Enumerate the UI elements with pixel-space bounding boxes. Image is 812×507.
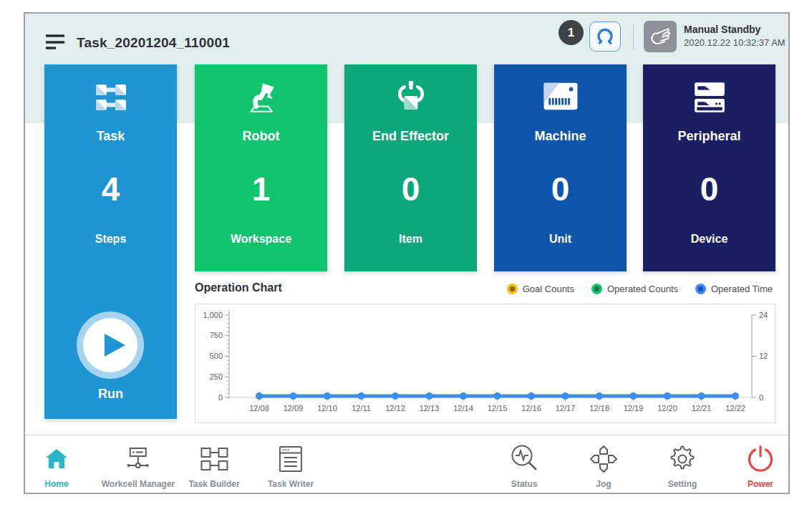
app-window: Task_20201204_110001 1 Manual Standby [24, 12, 790, 494]
card-unit: Steps [44, 233, 177, 250]
mode-timestamp: 2020.12.22 10:32:37 AM [684, 37, 786, 49]
svg-text:0: 0 [218, 393, 223, 402]
operation-chart: 02505007501,00012/0812/0912/1012/1112/12… [195, 304, 775, 423]
card-label: Task [44, 129, 177, 146]
gripper-icon [595, 26, 615, 47]
card-value: 4 [44, 170, 177, 213]
card-unit: Device [643, 233, 775, 250]
annotation-badge: 1 [559, 20, 584, 45]
hamburger-icon [44, 32, 67, 52]
peripheral-icon [643, 79, 775, 116]
svg-text:12/12: 12/12 [385, 404, 405, 412]
svg-text:12/14: 12/14 [453, 404, 473, 412]
svg-text:12/17: 12/17 [556, 404, 576, 412]
nav-label: Power [748, 479, 773, 489]
card-value: 0 [494, 170, 627, 213]
svg-text:500: 500 [210, 352, 223, 360]
robot-card[interactable]: Robot 1 Workspace [195, 64, 327, 271]
card-value: 0 [344, 170, 477, 213]
setting-icon [666, 443, 699, 475]
svg-text:12/09: 12/09 [284, 404, 304, 412]
card-unit: Workspace [195, 233, 327, 250]
run-button-label: Run [44, 387, 177, 402]
legend-operated-time: Operated Time [695, 284, 773, 294]
robot-arm-icon [195, 79, 327, 116]
nav-label: Status [511, 479, 538, 489]
nav-item-setting[interactable]: Setting [666, 444, 699, 489]
nav-label: Setting [668, 479, 697, 489]
power-icon [745, 443, 776, 475]
operation-chart-plot: 02505007501,00012/0812/0912/1012/1112/12… [195, 304, 775, 422]
screen: Task_20201204_110001 1 Manual Standby [0, 0, 812, 507]
goal-counts-dot-icon [507, 284, 518, 294]
nav-label: Jog [596, 479, 611, 489]
legend-label: Goal Counts [523, 284, 574, 294]
chart-legend: Goal Counts Operated Counts Operated Tim… [507, 284, 773, 294]
svg-text:12/22: 12/22 [725, 404, 745, 412]
nav-item-power[interactable]: Power [745, 444, 776, 489]
svg-text:12/11: 12/11 [352, 404, 371, 412]
svg-text:12/21: 12/21 [692, 404, 712, 412]
nav-item-jog[interactable]: Jog [587, 444, 620, 489]
card-label: Peripheral [643, 129, 775, 146]
nav-label: Home [44, 479, 68, 489]
card-label: Robot [195, 129, 327, 146]
jog-icon [587, 443, 620, 475]
machine-card[interactable]: Machine 0 Unit [494, 64, 627, 271]
legend-label: Operated Time [711, 284, 773, 294]
machine-icon [494, 79, 627, 116]
svg-text:0: 0 [759, 393, 763, 402]
header-divider [633, 25, 634, 49]
svg-text:12/16: 12/16 [521, 404, 541, 412]
card-unit: Unit [494, 233, 627, 250]
status-icon [508, 443, 541, 475]
manual-mode-indicator[interactable] [644, 21, 677, 52]
page-title: Task_20201204_110001 [77, 35, 230, 51]
legend-operated-counts: Operated Counts [591, 284, 678, 294]
hamburger-menu-button[interactable] [44, 32, 67, 52]
svg-text:12/10: 12/10 [317, 404, 337, 412]
run-button-circle [83, 318, 137, 372]
robot-mode-status: Manual Standby 2020.12.22 10:32:37 AM [684, 23, 786, 49]
svg-text:250: 250 [210, 372, 223, 381]
svg-text:12/15: 12/15 [488, 404, 508, 412]
task-steps-icon [44, 79, 177, 116]
svg-text:12/18: 12/18 [589, 404, 609, 412]
operated-time-dot-icon [695, 284, 706, 294]
task-card[interactable]: Task 4 Steps Run [44, 64, 177, 419]
card-label: End Effector [344, 129, 477, 146]
card-unit: Item [344, 233, 477, 250]
svg-text:12: 12 [759, 352, 768, 360]
card-label: Machine [494, 129, 627, 146]
end-effector-icon [344, 79, 477, 116]
legend-label: Operated Counts [607, 284, 678, 294]
svg-text:1,000: 1,000 [203, 311, 223, 319]
svg-text:12/20: 12/20 [657, 404, 677, 412]
card-value: 0 [643, 170, 775, 213]
card-value: 1 [195, 170, 327, 213]
svg-text:12/08: 12/08 [249, 404, 269, 412]
operated-counts-dot-icon [591, 284, 602, 294]
hand-icon [649, 26, 672, 47]
svg-text:24: 24 [759, 311, 768, 319]
svg-text:750: 750 [210, 331, 223, 339]
nav-item-task-writer[interactable]: Task Writer [268, 444, 314, 489]
nav-label: Workcell Manager [102, 479, 175, 489]
peripheral-card[interactable]: Peripheral 0 Device [643, 64, 775, 271]
nav-item-status[interactable]: Status [508, 444, 541, 489]
mode-label: Manual Standby [684, 23, 786, 37]
home-icon [44, 447, 69, 471]
legend-goal-counts: Goal Counts [507, 284, 574, 294]
workcell-manager-icon [124, 445, 153, 473]
nav-item-workcell-manager[interactable]: Workcell Manager [102, 444, 175, 489]
nav-label: Task Builder [188, 479, 239, 489]
nav-item-home[interactable]: Home [44, 444, 69, 489]
task-writer-icon [278, 445, 304, 473]
task-builder-icon [200, 447, 228, 471]
servo-gripper-button[interactable] [589, 21, 621, 52]
svg-text:12/19: 12/19 [624, 404, 644, 412]
nav-item-task-builder[interactable]: Task Builder [188, 444, 239, 489]
run-button[interactable] [77, 312, 144, 379]
end-effector-card[interactable]: End Effector 0 Item [344, 64, 477, 271]
operation-chart-title: Operation Chart [195, 281, 282, 294]
